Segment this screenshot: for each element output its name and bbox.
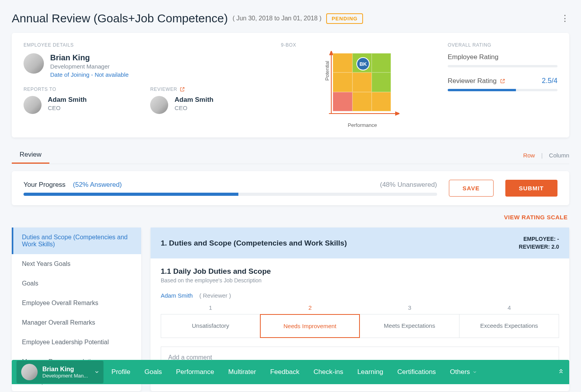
sidebar-item-next-year-goals[interactable]: Next Years Goals (12, 254, 141, 274)
nav-learning[interactable]: Learning (357, 368, 383, 376)
question-title: 1.1 Daily Job Duties and Scope (161, 267, 559, 276)
bottom-user-role: Development Man... (42, 373, 88, 379)
employee-joining-link[interactable]: Date of Joining - Not available (50, 71, 129, 78)
employee-role: Development Manager (50, 63, 129, 70)
section-title: 1. Duties and Scope (Competencies and Wo… (161, 239, 347, 247)
nav-certifications[interactable]: Certifications (398, 368, 436, 376)
progress-answered: (52% Answered) (73, 181, 122, 188)
question-desc: Based on the employee's Job Description (161, 277, 559, 284)
nav-feedback[interactable]: Feedback (270, 368, 300, 376)
rater-role: ( Reviewer ) (199, 292, 231, 299)
reports-to-label: REPORTS TO (24, 87, 138, 92)
submit-button[interactable]: SUBMIT (505, 180, 558, 197)
reviewer-role: CEO (174, 105, 213, 111)
view-row[interactable]: Row (523, 152, 535, 159)
scale-num-4: 4 (459, 304, 559, 311)
save-button[interactable]: SAVE (449, 180, 494, 197)
chevron-down-icon (94, 369, 100, 375)
nav-performance[interactable]: Performance (176, 368, 214, 376)
tab-review[interactable]: Review (12, 147, 49, 164)
bottom-user-avatar (21, 364, 38, 380)
progress-unanswered: (48% Unanswered) (380, 181, 437, 189)
view-separator: | (541, 152, 543, 159)
progress-label: Your Progress (24, 181, 65, 188)
view-rating-scale-link[interactable]: VIEW RATING SCALE (12, 214, 568, 220)
sidebar-item-manager-remarks[interactable]: Manager Overall Remarks (12, 313, 141, 332)
bottom-user-switcher[interactable]: Brian King Development Man... (16, 361, 103, 383)
reviewer-rating-bar (448, 89, 557, 91)
employee-rating-bar (448, 65, 557, 67)
nav-multirater[interactable]: Multirater (228, 368, 256, 376)
section-employee-score: EMPLOYEE: - (519, 235, 559, 243)
rating-option-4[interactable]: Exceeds Expectations (459, 314, 559, 338)
reviewer-name: Adam Smith (174, 96, 213, 104)
ninebox-x-axis: Performance (348, 122, 377, 128)
scale-num-2: 2 (260, 304, 360, 311)
employee-name: Brian King (50, 53, 129, 62)
external-link-icon[interactable] (500, 78, 505, 84)
ninebox-y-axis: Potential (324, 61, 330, 81)
ninebox-chart: BK Potential (325, 53, 396, 120)
section-reviewer-score: REVIEWER: 2.0 (519, 243, 559, 251)
sidebar-item-duties[interactable]: Duties and Scope (Competencies and Work … (12, 228, 141, 254)
date-range: ( Jun 30, 2018 to Jan 01, 2018 ) (232, 15, 321, 22)
nav-others-label: Others (450, 368, 470, 376)
external-link-icon[interactable] (180, 87, 185, 92)
kebab-menu-icon[interactable]: ⋮ (561, 14, 569, 23)
employee-details-label: EMPLOYEE DETAILS (24, 42, 265, 48)
nav-profile[interactable]: Profile (111, 368, 130, 376)
reports-to-avatar (24, 96, 42, 114)
sidebar-item-goals[interactable]: Goals (12, 274, 141, 293)
reviewer-label: REVIEWER (150, 87, 177, 92)
employee-rating-label: Employee Rating (448, 53, 498, 61)
collapse-icon[interactable] (557, 368, 565, 376)
sidebar-item-leadership[interactable]: Employee Leadership Potential (12, 332, 141, 352)
scale-num-1: 1 (161, 304, 260, 311)
summary-card: EMPLOYEE DETAILS Brian King Development … (12, 33, 569, 137)
rating-option-1[interactable]: Unsatisfactory (161, 314, 260, 338)
bottom-user-name: Brian King (42, 366, 88, 373)
overall-rating-label: OVERALL RATING (448, 42, 557, 48)
view-column[interactable]: Column (549, 152, 569, 159)
reports-to-role: CEO (48, 105, 87, 111)
bottom-nav: Brian King Development Man... Profile Go… (12, 360, 569, 384)
page-title: Annual Review (Goals+Job Competence) (12, 12, 228, 25)
employee-avatar (24, 53, 44, 74)
progress-card: Your Progress (52% Answered) (48% Unansw… (12, 171, 569, 205)
nav-goals[interactable]: Goals (145, 368, 162, 376)
reviewer-avatar (150, 96, 168, 114)
ninebox-label: 9-BOX (281, 42, 432, 48)
rater-name[interactable]: Adam Smith (161, 292, 193, 299)
status-badge: PENDING (326, 13, 363, 24)
nav-others[interactable]: Others (450, 368, 477, 376)
chevron-down-icon (472, 370, 477, 374)
nav-checkins[interactable]: Check-ins (314, 368, 343, 376)
reviewer-rating-value: 2.5/4 (542, 77, 557, 85)
progress-bar (24, 193, 437, 196)
scale-num-3: 3 (360, 304, 459, 311)
rating-option-3[interactable]: Meets Expectations (359, 314, 459, 338)
sidebar-item-employee-remarks[interactable]: Employee Overall Remarks (12, 293, 141, 313)
reports-to-name: Adam Smith (48, 96, 87, 104)
reviewer-rating-label: Reviewer Rating (448, 77, 497, 85)
svg-marker-3 (396, 112, 399, 115)
svg-marker-1 (330, 51, 333, 55)
rating-option-2[interactable]: Needs Improvement (260, 314, 360, 338)
